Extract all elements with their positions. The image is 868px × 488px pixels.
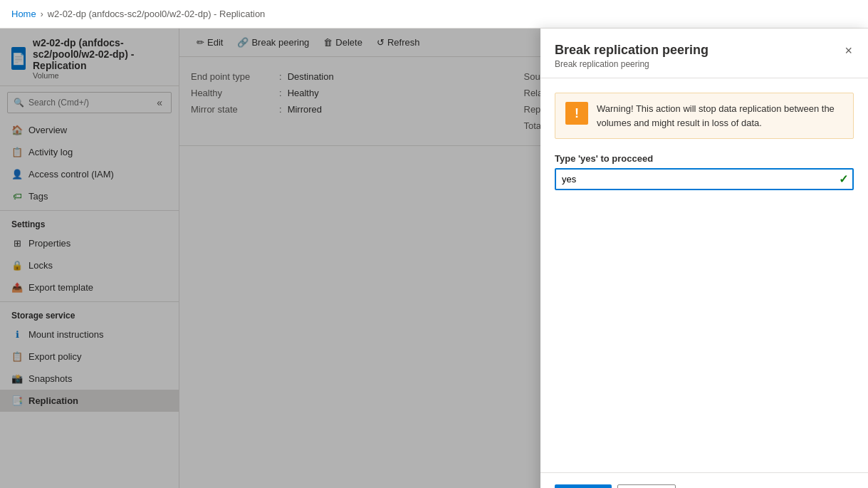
breadcrumb-current: w2-02-dp (anfdocs-sc2/pool0/w2-02-dp) - … [48,9,266,19]
form-section: Type 'yes' to procceed ✓ [555,153,854,190]
yes-input[interactable] [555,168,854,190]
top-bar: Home › w2-02-dp (anfdocs-sc2/pool0/w2-02… [0,0,868,28]
cancel-button[interactable]: Cancel [617,484,676,488]
warning-text: Warning! This action will stop data repl… [597,102,843,130]
break-replication-panel: Break replication peering Break replicat… [540,28,868,488]
main-wrapper: 📄 w2-02-dp (anfdocs-sc2/pool0/w2-02-dp) … [0,28,868,488]
panel-body: ! Warning! This action will stop data re… [540,78,868,472]
panel-header-text: Break replication peering Break replicat… [555,43,708,69]
form-label: Type 'yes' to procceed [555,153,854,164]
panel-header: Break replication peering Break replicat… [540,28,868,78]
break-button[interactable]: Break [555,484,612,488]
panel-title: Break replication peering [555,43,708,58]
panel-close-button[interactable]: × [843,43,854,58]
input-wrapper: ✓ [555,168,854,190]
panel-subtitle: Break replication peering [555,59,708,69]
warning-icon: ! [565,102,588,125]
warning-box: ! Warning! This action will stop data re… [555,93,854,139]
breadcrumb-home[interactable]: Home [11,9,36,19]
check-icon: ✓ [839,172,848,186]
panel-footer: Break Cancel [540,472,868,488]
breadcrumb: Home › w2-02-dp (anfdocs-sc2/pool0/w2-02… [11,9,265,19]
breadcrumb-sep-1: › [41,9,43,19]
modal-overlay: Break replication peering Break replicat… [0,28,868,488]
